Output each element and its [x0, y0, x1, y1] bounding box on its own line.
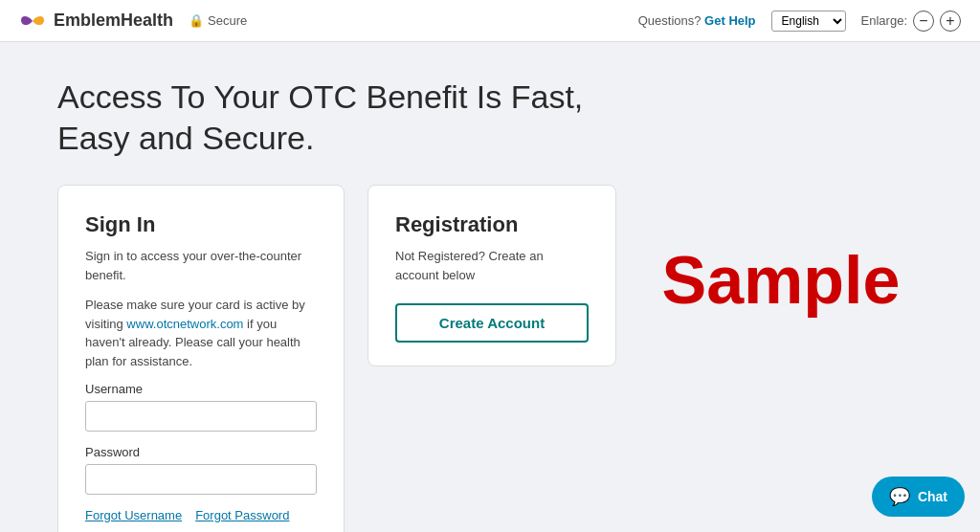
username-input[interactable]	[85, 401, 317, 432]
password-group: Password	[85, 445, 317, 495]
username-group: Username	[85, 382, 317, 432]
forgot-password-link[interactable]: Forgot Password	[195, 508, 289, 522]
enlarge-decrease-button[interactable]: −	[913, 11, 934, 32]
get-help-link[interactable]: Get Help	[704, 13, 755, 28]
sample-area: Sample	[639, 185, 923, 319]
signin-desc1: Sign in to access your over-the-counter …	[85, 247, 317, 284]
forgot-username-link[interactable]: Forgot Username	[85, 508, 182, 522]
logo-text: EmblemHealth	[54, 11, 173, 31]
password-label: Password	[85, 445, 317, 459]
chat-button[interactable]: 💬 Chat	[872, 477, 965, 517]
enlarge-increase-button[interactable]: +	[940, 11, 961, 32]
emblem-health-logo-icon	[19, 11, 46, 32]
signin-desc2: Please make sure your card is active by …	[85, 296, 317, 370]
lock-icon: 🔒	[189, 13, 204, 28]
language-select[interactable]: English Español	[771, 11, 846, 32]
username-label: Username	[85, 382, 317, 396]
chat-icon: 💬	[889, 486, 910, 507]
cards-row: Sign In Sign in to access your over-the-…	[57, 185, 923, 532]
sample-text: Sample	[662, 242, 901, 319]
signin-card: Sign In Sign in to access your over-the-…	[57, 185, 345, 532]
page-heading: Access To Your OTC Benefit Is Fast, Easy…	[57, 77, 632, 158]
forgot-links: Forgot Username Forgot Password	[85, 508, 317, 522]
registration-card: Registration Not Registered? Create an a…	[368, 185, 616, 366]
chat-label: Chat	[918, 489, 947, 504]
header-right: Questions? Get Help English Español Enla…	[638, 11, 961, 32]
create-account-button[interactable]: Create Account	[395, 303, 589, 343]
header-left: EmblemHealth 🔒 Secure	[19, 11, 247, 32]
signin-title: Sign In	[85, 212, 317, 237]
main-content: Access To Your OTC Benefit Is Fast, Easy…	[0, 42, 980, 532]
otc-network-link[interactable]: www.otcnetwork.com	[126, 317, 243, 331]
logo-area: EmblemHealth	[19, 11, 173, 32]
password-input[interactable]	[85, 464, 317, 495]
registration-title: Registration	[395, 212, 589, 237]
header: EmblemHealth 🔒 Secure Questions? Get Hel…	[0, 0, 980, 42]
secure-label: Secure	[208, 13, 247, 28]
registration-desc: Not Registered? Create an account below	[395, 247, 589, 284]
enlarge-area: Enlarge: − +	[861, 11, 961, 32]
questions-text: Questions? Get Help	[638, 13, 756, 28]
secure-badge: 🔒 Secure	[189, 13, 247, 28]
enlarge-label: Enlarge:	[861, 13, 907, 28]
